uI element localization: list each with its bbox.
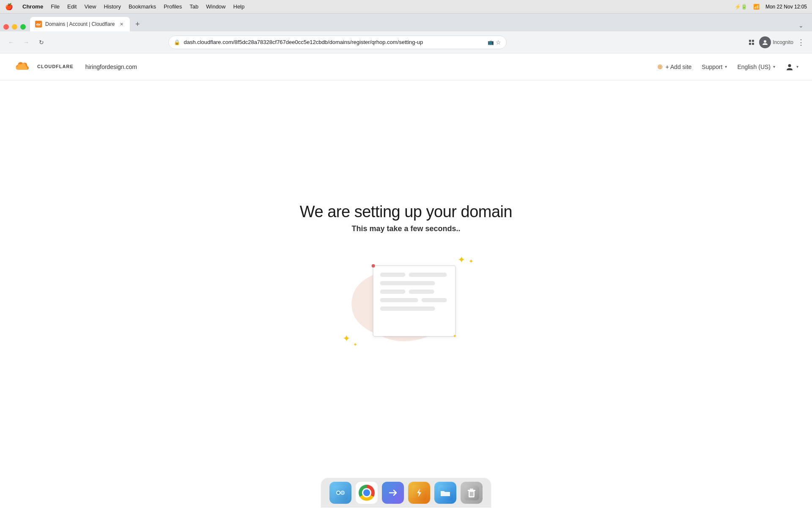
tab-title: Domains | Account | Cloudflare [45,21,115,27]
cast-icon: 📺 [488,39,494,45]
address-right-icons: 📺 ☆ [488,39,501,46]
url-text: dash.cloudflare.com/8f5dc28a78328cf767de… [184,39,484,45]
cloudflare-logo: CLOUDFLARE [14,59,74,75]
skeleton-line [380,281,435,285]
skeleton-line [422,298,447,302]
dock-trash-icon[interactable] [461,482,483,504]
url-bar[interactable]: 🔒 dash.cloudflare.com/8f5dc28a78328cf767… [168,36,507,49]
dock-chrome-icon[interactable] [356,482,378,504]
extensions-icon[interactable] [746,36,757,48]
svg-rect-4 [752,43,754,45]
dock-voltage-icon[interactable] [408,482,430,504]
language-chevron-icon: ▾ [773,64,775,69]
site-name: hiringfordesign.com [85,64,137,70]
window-menu[interactable]: Window [206,3,225,10]
apple-menu[interactable]: 🍎 [5,3,13,11]
tab-close-button[interactable]: ✕ [118,21,125,28]
cloudflare-wordmark: CLOUDFLARE [37,64,74,69]
doc-row-2 [380,281,449,285]
svg-rect-2 [752,40,754,42]
file-menu[interactable]: File [51,3,60,10]
back-button[interactable]: ← [5,36,17,48]
incognito-label: Incognito [773,39,793,45]
tab-menu[interactable]: Tab [189,3,198,10]
svg-rect-1 [749,40,751,42]
browser-actions: Incognito ⋮ [746,36,807,48]
doc-row-4 [380,298,449,302]
setup-subtitle: This may take a few seconds.. [351,224,460,233]
profiles-menu[interactable]: Profiles [164,3,182,10]
cloudflare-nav-right: ⊕ + Add site Support ▾ English (US) ▾ ▾ [657,63,798,71]
skeleton-line [409,273,447,277]
chrome-menu[interactable]: Chrome [22,3,43,10]
mac-dock [321,478,491,508]
skeleton-line [380,298,418,302]
bookmark-star-icon[interactable]: ☆ [496,39,501,46]
account-chevron-icon: ▾ [796,64,798,69]
clock: Mon 22 Nov 12:05 [765,4,807,10]
incognito-avatar[interactable] [759,36,771,48]
sparkle-icon-3: ✦ [343,333,350,344]
language-button[interactable]: English (US) ▾ [737,64,775,70]
svg-point-0 [36,24,41,26]
plus-icon: ⊕ [657,63,663,71]
svg-point-11 [341,491,344,494]
skeleton-line [380,290,406,294]
help-menu[interactable]: Help [233,3,245,10]
edit-menu[interactable]: Edit [67,3,77,10]
maximize-window-button[interactable] [20,24,26,30]
language-label: English (US) [737,64,771,70]
address-bar: ← → ↻ 🔒 dash.cloudflare.com/8f5dc28a7832… [0,31,812,53]
view-menu[interactable]: View [84,3,96,10]
bookmarks-menu[interactable]: Bookmarks [129,3,156,10]
support-chevron-icon: ▾ [725,64,727,69]
sparkle-icon-5: ✦ [453,333,457,339]
account-button[interactable]: ▾ [785,63,798,71]
menubar-right-icons: ⚡🔋 📶 Mon 22 Nov 12:05 [735,4,807,10]
svg-point-10 [337,491,340,494]
tab-bar: Domains | Account | Cloudflare ✕ + ⌄ [0,14,812,31]
mac-menubar: 🍎 Chrome File Edit View History Bookmark… [0,0,812,14]
svg-rect-18 [470,489,473,490]
active-tab[interactable]: Domains | Account | Cloudflare ✕ [30,17,130,31]
cloudflare-nav: CLOUDFLARE hiringfordesign.com ⊕ + Add s… [0,53,812,80]
svg-point-6 [788,64,791,67]
browser-window: Domains | Account | Cloudflare ✕ + ⌄ ← →… [0,14,812,508]
add-site-button[interactable]: ⊕ + Add site [657,63,691,71]
history-menu[interactable]: History [104,3,121,10]
account-icon [785,63,794,71]
reload-button[interactable]: ↻ [36,36,47,48]
forward-button[interactable]: → [20,36,32,48]
support-label: Support [702,64,722,70]
sparkle-icon-4: ✦ [353,342,357,348]
skeleton-line [380,306,435,311]
setup-illustration: ✦ ✦ ✦ ✦ ✦ [330,250,482,352]
dock-migrate-icon[interactable] [382,482,404,504]
minimize-window-button[interactable] [12,24,17,30]
setup-title: We are setting up your domain [300,203,512,221]
skeleton-line [409,290,434,294]
dock-folder-icon[interactable] [434,482,456,504]
add-site-label: + Add site [665,64,691,70]
document-card [373,265,456,337]
support-button[interactable]: Support ▾ [702,64,727,70]
cloudflare-cloud-icon [14,59,34,75]
doc-row-1 [380,273,449,277]
card-indicator-dot [372,264,375,268]
new-tab-button[interactable]: + [132,18,143,30]
chrome-menu-button[interactable]: ⋮ [795,36,807,48]
chrome-logo [359,485,375,501]
tab-list-button[interactable]: ⌄ [797,21,805,30]
close-window-button[interactable] [3,24,9,30]
dock-finder-icon[interactable] [329,482,351,504]
sparkle-icon-2: ✦ [469,258,474,265]
lock-icon: 🔒 [174,39,180,45]
doc-row-3 [380,290,449,294]
sparkle-icon-1: ✦ [458,254,465,265]
battery-icon: ⚡🔋 [735,4,747,10]
doc-row-5 [380,306,449,311]
skeleton-line [380,273,406,277]
svg-rect-3 [749,43,751,45]
wifi-icon: 📶 [753,4,760,10]
tab-spacer: ⌄ [143,21,809,31]
